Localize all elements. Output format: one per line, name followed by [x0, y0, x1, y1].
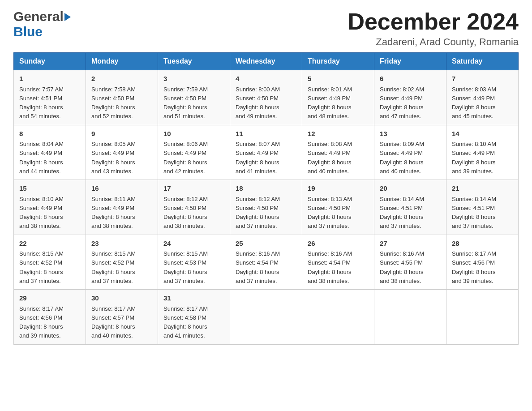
calendar-week-row: 15 Sunrise: 8:10 AMSunset: 4:49 PMDaylig…: [14, 180, 519, 235]
day-number: 17: [163, 184, 224, 194]
day-info: Sunrise: 8:02 AMSunset: 4:49 PMDaylight:…: [380, 86, 424, 120]
day-info: Sunrise: 8:08 AMSunset: 4:49 PMDaylight:…: [308, 141, 352, 175]
day-info: Sunrise: 8:01 AMSunset: 4:49 PMDaylight:…: [308, 86, 352, 120]
day-number: 16: [91, 184, 152, 194]
calendar-week-row: 29 Sunrise: 8:17 AMSunset: 4:56 PMDaylig…: [14, 290, 519, 345]
calendar-table: SundayMondayTuesdayWednesdayThursdayFrid…: [13, 52, 519, 345]
calendar-cell: 18 Sunrise: 8:12 AMSunset: 4:50 PMDaylig…: [230, 180, 302, 235]
header-tuesday: Tuesday: [158, 53, 230, 70]
calendar-header-row: SundayMondayTuesdayWednesdayThursdayFrid…: [14, 53, 519, 70]
day-info: Sunrise: 8:10 AMSunset: 4:49 PMDaylight:…: [19, 196, 64, 230]
day-number: 10: [163, 129, 224, 139]
calendar-cell: 5 Sunrise: 8:01 AMSunset: 4:49 PMDayligh…: [302, 70, 374, 125]
day-info: Sunrise: 8:13 AMSunset: 4:50 PMDaylight:…: [308, 196, 352, 230]
day-info: Sunrise: 8:11 AMSunset: 4:49 PMDaylight:…: [91, 196, 136, 230]
calendar-cell: 30 Sunrise: 8:17 AMSunset: 4:57 PMDaylig…: [86, 290, 158, 345]
calendar-cell: 28 Sunrise: 8:17 AMSunset: 4:56 PMDaylig…: [446, 235, 519, 290]
day-info: Sunrise: 8:00 AMSunset: 4:50 PMDaylight:…: [236, 86, 280, 120]
day-number: 28: [452, 239, 513, 249]
day-info: Sunrise: 8:14 AMSunset: 4:51 PMDaylight:…: [380, 196, 424, 230]
day-info: Sunrise: 8:14 AMSunset: 4:51 PMDaylight:…: [452, 196, 496, 230]
day-number: 26: [308, 239, 369, 249]
day-number: 29: [19, 293, 80, 304]
day-info: Sunrise: 7:57 AMSunset: 4:51 PMDaylight:…: [19, 86, 64, 120]
day-number: 13: [380, 129, 441, 139]
calendar-cell: 20 Sunrise: 8:14 AMSunset: 4:51 PMDaylig…: [374, 180, 446, 235]
month-title: December 2024: [348, 9, 519, 34]
day-info: Sunrise: 8:06 AMSunset: 4:49 PMDaylight:…: [163, 141, 208, 175]
day-info: Sunrise: 8:16 AMSunset: 4:54 PMDaylight:…: [236, 250, 280, 284]
day-number: 30: [91, 293, 152, 304]
title-section: December 2024 Zadareni, Arad County, Rom…: [348, 9, 519, 48]
calendar-cell: 13 Sunrise: 8:09 AMSunset: 4:49 PMDaylig…: [374, 125, 446, 180]
day-info: Sunrise: 8:12 AMSunset: 4:50 PMDaylight:…: [163, 196, 208, 230]
day-number: 18: [236, 184, 296, 194]
header-sunday: Sunday: [14, 53, 86, 70]
day-number: 21: [452, 184, 513, 194]
day-info: Sunrise: 8:17 AMSunset: 4:58 PMDaylight:…: [163, 305, 208, 339]
day-info: Sunrise: 8:17 AMSunset: 4:56 PMDaylight:…: [452, 250, 496, 284]
day-number: 31: [163, 293, 224, 304]
header-monday: Monday: [86, 53, 158, 70]
day-info: Sunrise: 8:05 AMSunset: 4:49 PMDaylight:…: [91, 141, 136, 175]
day-number: 7: [452, 74, 513, 84]
header-friday: Friday: [374, 53, 446, 70]
day-info: Sunrise: 8:03 AMSunset: 4:49 PMDaylight:…: [452, 86, 496, 120]
day-number: 24: [163, 239, 224, 249]
day-number: 6: [380, 74, 441, 84]
day-number: 5: [308, 74, 369, 84]
calendar-cell: 23 Sunrise: 8:15 AMSunset: 4:52 PMDaylig…: [86, 235, 158, 290]
calendar-cell: 6 Sunrise: 8:02 AMSunset: 4:49 PMDayligh…: [374, 70, 446, 125]
day-number: 12: [308, 129, 369, 139]
day-number: 2: [91, 74, 152, 84]
calendar-cell: [302, 290, 374, 345]
day-info: Sunrise: 8:16 AMSunset: 4:55 PMDaylight:…: [380, 250, 424, 284]
day-info: Sunrise: 7:58 AMSunset: 4:50 PMDaylight:…: [91, 86, 136, 120]
day-number: 22: [19, 239, 80, 249]
calendar-cell: 27 Sunrise: 8:16 AMSunset: 4:55 PMDaylig…: [374, 235, 446, 290]
day-info: Sunrise: 8:15 AMSunset: 4:53 PMDaylight:…: [163, 250, 208, 284]
calendar-cell: 8 Sunrise: 8:04 AMSunset: 4:49 PMDayligh…: [14, 125, 86, 180]
calendar-cell: 17 Sunrise: 8:12 AMSunset: 4:50 PMDaylig…: [158, 180, 230, 235]
calendar-cell: 1 Sunrise: 7:57 AMSunset: 4:51 PMDayligh…: [14, 70, 86, 125]
calendar-week-row: 22 Sunrise: 8:15 AMSunset: 4:52 PMDaylig…: [14, 235, 519, 290]
day-number: 27: [380, 239, 441, 249]
day-number: 9: [91, 129, 152, 139]
calendar-cell: 15 Sunrise: 8:10 AMSunset: 4:49 PMDaylig…: [14, 180, 86, 235]
day-number: 20: [380, 184, 441, 194]
calendar-cell: 19 Sunrise: 8:13 AMSunset: 4:50 PMDaylig…: [302, 180, 374, 235]
day-number: 8: [19, 129, 80, 139]
calendar-cell: [374, 290, 446, 345]
day-info: Sunrise: 8:17 AMSunset: 4:56 PMDaylight:…: [19, 305, 64, 339]
calendar-cell: 21 Sunrise: 8:14 AMSunset: 4:51 PMDaylig…: [446, 180, 519, 235]
calendar-cell: 26 Sunrise: 8:16 AMSunset: 4:54 PMDaylig…: [302, 235, 374, 290]
day-info: Sunrise: 8:04 AMSunset: 4:49 PMDaylight:…: [19, 141, 64, 175]
day-info: Sunrise: 8:07 AMSunset: 4:49 PMDaylight:…: [236, 141, 280, 175]
header-thursday: Thursday: [302, 53, 374, 70]
day-number: 3: [163, 74, 224, 84]
day-info: Sunrise: 7:59 AMSunset: 4:50 PMDaylight:…: [163, 86, 208, 120]
day-number: 14: [452, 129, 513, 139]
calendar-cell: 12 Sunrise: 8:08 AMSunset: 4:49 PMDaylig…: [302, 125, 374, 180]
calendar-cell: 22 Sunrise: 8:15 AMSunset: 4:52 PMDaylig…: [14, 235, 86, 290]
calendar-week-row: 8 Sunrise: 8:04 AMSunset: 4:49 PMDayligh…: [14, 125, 519, 180]
day-info: Sunrise: 8:17 AMSunset: 4:57 PMDaylight:…: [91, 305, 136, 339]
header-wednesday: Wednesday: [230, 53, 302, 70]
day-number: 19: [308, 184, 369, 194]
day-number: 15: [19, 184, 80, 194]
calendar-cell: 16 Sunrise: 8:11 AMSunset: 4:49 PMDaylig…: [86, 180, 158, 235]
logo-arrow-icon: [64, 13, 71, 21]
logo-general-text: General: [13, 9, 64, 24]
day-number: 4: [236, 74, 296, 84]
logo: General Blue: [13, 9, 71, 39]
day-info: Sunrise: 8:15 AMSunset: 4:52 PMDaylight:…: [91, 250, 136, 284]
day-info: Sunrise: 8:16 AMSunset: 4:54 PMDaylight:…: [308, 250, 352, 284]
calendar-cell: [446, 290, 519, 345]
day-info: Sunrise: 8:09 AMSunset: 4:49 PMDaylight:…: [380, 141, 424, 175]
day-info: Sunrise: 8:12 AMSunset: 4:50 PMDaylight:…: [236, 196, 280, 230]
day-info: Sunrise: 8:10 AMSunset: 4:49 PMDaylight:…: [452, 141, 496, 175]
calendar-cell: 9 Sunrise: 8:05 AMSunset: 4:49 PMDayligh…: [86, 125, 158, 180]
calendar-cell: 31 Sunrise: 8:17 AMSunset: 4:58 PMDaylig…: [158, 290, 230, 345]
calendar-cell: 25 Sunrise: 8:16 AMSunset: 4:54 PMDaylig…: [230, 235, 302, 290]
day-number: 1: [19, 74, 80, 84]
